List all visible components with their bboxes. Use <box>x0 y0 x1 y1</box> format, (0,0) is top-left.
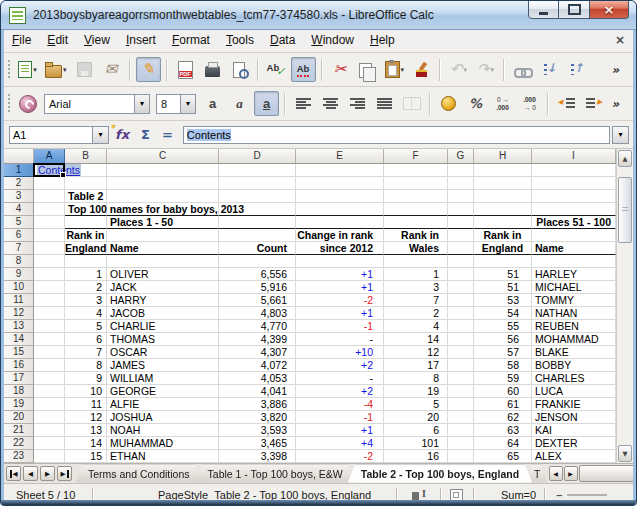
cell-C7[interactable]: Name <box>107 242 219 255</box>
cell-C3[interactable] <box>107 190 219 203</box>
cell-D18[interactable]: 4,041 <box>219 385 296 398</box>
cell-B11[interactable]: 3 <box>65 294 107 307</box>
cell-A5[interactable] <box>34 216 65 229</box>
row-header-15[interactable]: 15 <box>4 346 34 359</box>
cell-A12[interactable] <box>34 307 65 320</box>
cell-F16[interactable]: 17 <box>384 359 448 372</box>
cell-I6[interactable] <box>532 229 616 242</box>
column-header-G[interactable]: G <box>448 149 474 164</box>
cell-H12[interactable]: 54 <box>474 307 532 320</box>
cell-B21[interactable]: 13 <box>65 424 107 437</box>
cell-C20[interactable]: JOSHUA <box>107 411 219 424</box>
cell-A1[interactable]: Contents <box>34 164 65 177</box>
cell-D2[interactable] <box>219 177 296 190</box>
align-center-icon[interactable] <box>318 91 343 116</box>
print-preview-icon[interactable] <box>227 57 252 82</box>
cell-D14[interactable]: 4,399 <box>219 333 296 346</box>
cell-B16[interactable]: 8 <box>65 359 107 372</box>
cell-E21[interactable]: +1 <box>296 424 384 437</box>
column-header-H[interactable]: H <box>474 149 532 164</box>
cell-B18[interactable]: 10 <box>65 385 107 398</box>
underline-icon[interactable]: a <box>254 91 279 116</box>
cell-B20[interactable]: 12 <box>65 411 107 424</box>
clone-formatting-icon[interactable] <box>409 57 434 82</box>
previous-sheet-icon[interactable]: ◀ <box>23 466 38 481</box>
cell-B17[interactable]: 9 <box>65 372 107 385</box>
cell-A3[interactable] <box>34 190 65 203</box>
menu-format[interactable]: Format <box>164 30 218 50</box>
row-header-10[interactable]: 10 <box>4 281 34 294</box>
row-header-19[interactable]: 19 <box>4 398 34 411</box>
sort-ascending-icon[interactable] <box>537 57 562 82</box>
row-header-12[interactable]: 12 <box>4 307 34 320</box>
cell-H1[interactable] <box>474 164 532 177</box>
cell-A13[interactable] <box>34 320 65 333</box>
formula-input[interactable]: Contents <box>183 126 610 144</box>
edit-mode-icon[interactable]: ✎ <box>136 57 161 82</box>
styles-icon[interactable] <box>15 91 40 116</box>
cell-B4[interactable]: Top 100 names for baby boys, 2013 <box>65 203 107 216</box>
cell-A14[interactable] <box>34 333 65 346</box>
cell-F6[interactable]: Rank in <box>384 229 448 242</box>
menu-view[interactable]: View <box>76 30 118 50</box>
cell-B9[interactable]: 1 <box>65 268 107 281</box>
row-header-6[interactable]: 6 <box>4 229 34 242</box>
sum-icon[interactable]: Σ <box>141 127 150 142</box>
cell-H16[interactable]: 58 <box>474 359 532 372</box>
cell-E3[interactable] <box>296 190 384 203</box>
cell-H10[interactable]: 51 <box>474 281 532 294</box>
vertical-scrollbar[interactable]: ▲ ▼ <box>616 149 633 463</box>
cell-D1[interactable] <box>219 164 296 177</box>
cell-F21[interactable]: 6 <box>384 424 448 437</box>
cell-B14[interactable]: 6 <box>65 333 107 346</box>
cell-A10[interactable] <box>34 281 65 294</box>
hyperlink-icon[interactable] <box>510 57 535 82</box>
cell-A22[interactable] <box>34 437 65 450</box>
cell-F1[interactable] <box>384 164 448 177</box>
cell-C18[interactable]: GEORGE <box>107 385 219 398</box>
cell-E15[interactable]: +10 <box>296 346 384 359</box>
undo-dropdown-icon[interactable]: ▾ <box>464 66 468 74</box>
cell-I5[interactable]: Places 51 - 100 <box>532 216 616 229</box>
column-header-B[interactable]: B <box>65 149 107 164</box>
selection-mode-icon[interactable] <box>450 489 463 502</box>
name-box[interactable]: A1 <box>9 126 93 144</box>
cell-D23[interactable]: 3,398 <box>219 450 296 463</box>
horizontal-scrollbar[interactable]: ◀ ▶ <box>549 465 633 482</box>
cell-C6[interactable] <box>107 229 219 242</box>
minimize-button[interactable] <box>528 0 559 19</box>
bold-icon[interactable]: a <box>200 91 225 116</box>
cell-G23[interactable] <box>448 450 474 463</box>
row-header-18[interactable]: 18 <box>4 385 34 398</box>
cell-F9[interactable]: 1 <box>384 268 448 281</box>
name-box-dropdown-icon[interactable]: ▾ <box>93 126 109 144</box>
font-name-dropdown-icon[interactable]: ▾ <box>134 95 149 113</box>
cell-I10[interactable]: MICHAEL <box>532 281 616 294</box>
row-header-1[interactable]: 1 <box>4 164 34 177</box>
sheet-tab-terms-and-conditions[interactable]: Terms and Conditions <box>75 465 203 483</box>
font-size-combobox[interactable]: 8▾ <box>156 94 196 114</box>
cell-G15[interactable] <box>448 346 474 359</box>
cell-E8[interactable] <box>296 255 384 268</box>
sheet-tab-table-1-top-100-boys-e-w[interactable]: Table 1 - Top 100 boys, E&W <box>195 465 356 483</box>
cell-C15[interactable]: OSCAR <box>107 346 219 359</box>
cell-I2[interactable] <box>532 177 616 190</box>
cell-D17[interactable]: 4,053 <box>219 372 296 385</box>
cell-C1[interactable] <box>107 164 219 177</box>
cell-B23[interactable]: 15 <box>65 450 107 463</box>
cell-I4[interactable] <box>532 203 616 216</box>
cell-G9[interactable] <box>448 268 474 281</box>
cell-H17[interactable]: 59 <box>474 372 532 385</box>
row-header-3[interactable]: 3 <box>4 190 34 203</box>
cell-F19[interactable]: 5 <box>384 398 448 411</box>
cell-A2[interactable] <box>34 177 65 190</box>
cell-E1[interactable] <box>296 164 384 177</box>
row-header-2[interactable]: 2 <box>4 177 34 190</box>
column-header-E[interactable]: E <box>296 149 384 164</box>
scroll-left-icon[interactable]: ◀ <box>549 466 563 481</box>
sort-descending-icon[interactable] <box>564 57 589 82</box>
new-document-icon[interactable]: ▾ <box>15 57 40 82</box>
paste-icon[interactable]: ▾ <box>382 57 408 82</box>
cell-G7[interactable] <box>448 242 474 255</box>
cell-G19[interactable] <box>448 398 474 411</box>
